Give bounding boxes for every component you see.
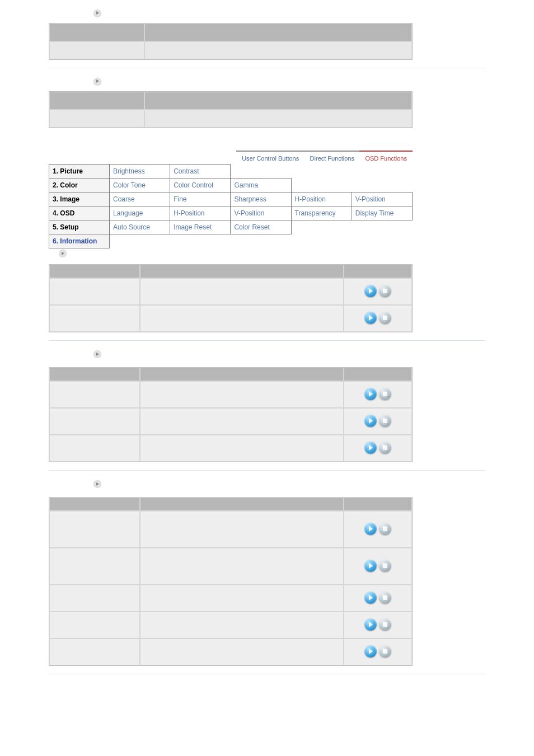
stop-icon[interactable] <box>379 388 391 400</box>
matrix-link-image-reset[interactable]: Image Reset <box>170 220 231 234</box>
arrow-right-icon <box>93 78 101 86</box>
media-header-cell <box>49 368 140 381</box>
stop-icon[interactable] <box>379 645 391 658</box>
stop-icon[interactable] <box>379 442 391 454</box>
stop-icon[interactable] <box>379 560 391 572</box>
matrix-link-display-time[interactable]: Display Time <box>352 206 412 220</box>
play-icon[interactable] <box>364 523 377 535</box>
media-label-cell <box>49 381 140 408</box>
play-icon[interactable] <box>364 442 377 454</box>
media-label-cell <box>49 511 140 548</box>
tab-bar: User Control Buttons Direct Functions OS… <box>49 151 413 164</box>
summary-table-1 <box>49 23 413 60</box>
stop-icon[interactable] <box>379 285 391 297</box>
matrix-link-color-tone[interactable]: Color Tone <box>110 178 170 192</box>
divider <box>49 470 485 471</box>
section-bullet-picture <box>49 248 485 261</box>
divider <box>49 68 485 68</box>
matrix-category[interactable]: 5. Setup <box>49 220 110 234</box>
matrix-link-brightness[interactable]: Brightness <box>110 164 170 178</box>
media-label-cell <box>49 638 140 665</box>
matrix-link-auto-source[interactable]: Auto Source <box>110 220 170 234</box>
stop-icon[interactable] <box>379 415 391 427</box>
play-icon[interactable] <box>364 560 377 572</box>
media-icons-cell <box>344 612 412 638</box>
play-icon[interactable] <box>364 285 377 297</box>
media-header-cell <box>344 265 412 278</box>
matrix-link-color-reset[interactable]: Color Reset <box>231 220 291 234</box>
divider <box>49 674 485 674</box>
media-label-cell <box>49 548 140 585</box>
section-bullet-2 <box>49 74 485 91</box>
section-bullet <box>49 346 485 364</box>
tab-direct-functions[interactable]: Direct Functions <box>305 151 360 164</box>
matrix-category[interactable]: 2. Color <box>49 178 110 192</box>
media-desc-cell <box>140 278 344 305</box>
media-desc-cell <box>140 305 344 332</box>
matrix-link-contrast[interactable]: Contrast <box>170 164 231 178</box>
media-table <box>49 264 413 332</box>
media-icons-cell <box>344 638 412 665</box>
play-icon[interactable] <box>364 415 377 427</box>
media-icons-cell <box>344 408 412 435</box>
media-header-cell <box>140 368 344 381</box>
matrix-link-language[interactable]: Language <box>110 206 170 220</box>
matrix-category[interactable]: 6. Information <box>49 234 110 248</box>
media-header-cell <box>140 497 344 511</box>
matrix-link-color-control[interactable]: Color Control <box>170 178 231 192</box>
media-label-cell <box>49 278 140 305</box>
media-icons-cell <box>344 305 412 332</box>
tab-user-control-buttons[interactable]: User Control Buttons <box>236 151 305 164</box>
matrix-link-v-position[interactable]: V-Position <box>231 206 291 220</box>
matrix-category[interactable]: 1. Picture <box>49 164 110 178</box>
play-icon[interactable] <box>364 591 377 604</box>
section-bullet <box>49 476 485 494</box>
play-icon[interactable] <box>364 312 377 324</box>
media-desc-cell <box>140 612 344 638</box>
matrix-link-h-position[interactable]: H-Position <box>170 206 231 220</box>
arrow-right-icon <box>93 480 101 488</box>
stop-icon[interactable] <box>379 523 391 535</box>
section-bullet-1 <box>49 6 485 23</box>
media-desc-cell <box>140 638 344 665</box>
matrix-link-sharpness[interactable]: Sharpness <box>231 192 291 206</box>
media-header-cell <box>140 265 344 278</box>
matrix-link-transparency[interactable]: Transparency <box>291 206 352 220</box>
media-header-cell <box>49 265 140 278</box>
media-header-cell <box>344 497 412 511</box>
media-desc-cell <box>140 548 344 585</box>
media-icons-cell <box>344 435 412 462</box>
arrow-right-icon <box>93 10 101 17</box>
media-icons-cell <box>344 381 412 408</box>
stop-icon[interactable] <box>379 312 391 324</box>
stop-icon[interactable] <box>379 618 391 631</box>
media-icons-cell <box>344 585 412 612</box>
media-header-cell <box>49 497 140 511</box>
divider <box>49 340 485 341</box>
summary-table-2 <box>49 91 413 128</box>
media-desc-cell <box>140 408 344 435</box>
matrix-link-gamma[interactable]: Gamma <box>231 178 291 192</box>
media-label-cell <box>49 305 140 332</box>
media-table <box>49 497 413 666</box>
matrix-link-v-position[interactable]: V-Position <box>352 192 412 206</box>
matrix-link-coarse[interactable]: Coarse <box>110 192 170 206</box>
media-label-cell <box>49 408 140 435</box>
media-header-cell <box>344 368 412 381</box>
play-icon[interactable] <box>364 388 377 400</box>
media-icons-cell <box>344 548 412 585</box>
play-icon[interactable] <box>364 645 377 658</box>
matrix-category[interactable]: 4. OSD <box>49 206 110 220</box>
media-desc-cell <box>140 585 344 612</box>
osd-function-matrix: 1. PictureBrightnessContrast2. ColorColo… <box>49 164 413 248</box>
matrix-link-h-position[interactable]: H-Position <box>291 192 352 206</box>
media-table <box>49 367 413 462</box>
stop-icon[interactable] <box>379 591 391 604</box>
media-icons-cell <box>344 511 412 548</box>
media-label-cell <box>49 585 140 612</box>
media-label-cell <box>49 612 140 638</box>
matrix-category[interactable]: 3. Image <box>49 192 110 206</box>
play-icon[interactable] <box>364 618 377 631</box>
matrix-link-fine[interactable]: Fine <box>170 192 231 206</box>
tab-osd-functions[interactable]: OSD Functions <box>359 151 413 164</box>
